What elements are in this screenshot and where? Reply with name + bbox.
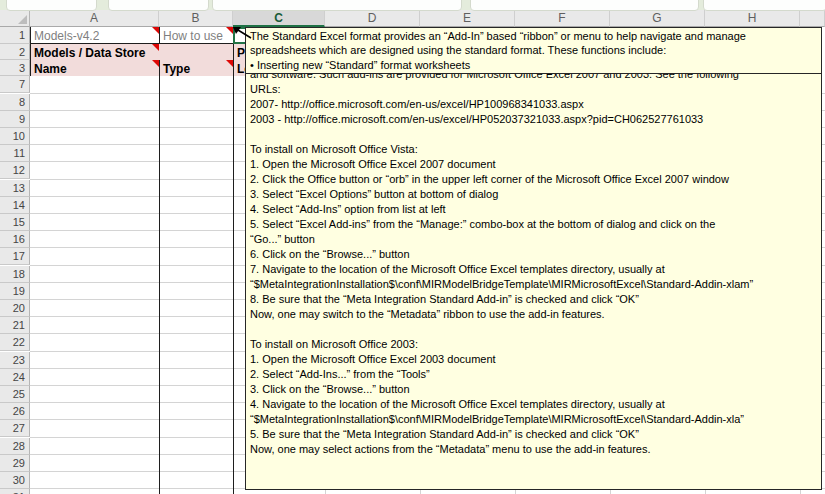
comment-line: 8. Be sure that the “Meta Integration St… xyxy=(250,292,817,307)
ribbon-group-fragment xyxy=(212,0,462,11)
row-header-27[interactable]: 27 xyxy=(0,420,30,437)
row-header-2[interactable]: 2 xyxy=(0,44,30,60)
row-header-15[interactable]: 15 xyxy=(0,214,30,231)
comment-line: 6. Click on the “Browse...” button xyxy=(250,247,817,262)
comment-line: 4. Select “Add-Ins” option from list at … xyxy=(250,202,817,217)
row-header-29[interactable]: 29 xyxy=(0,455,30,472)
column-header-h[interactable]: H xyxy=(705,10,800,27)
cell-a1[interactable]: Models-v4.2 xyxy=(31,27,158,43)
row-header-9[interactable]: 9 xyxy=(0,111,30,128)
column-header-partial[interactable] xyxy=(800,10,825,27)
column-header-f[interactable]: F xyxy=(515,10,610,27)
comment-indicator-icon xyxy=(152,27,159,34)
ribbon-bottom-strip xyxy=(0,0,825,10)
comment-line: spreadsheets which are designed using th… xyxy=(250,43,817,57)
ribbon-group-fragment xyxy=(108,0,209,11)
row-header-19[interactable]: 19 xyxy=(0,283,30,300)
ribbon-group-fragment xyxy=(470,0,699,11)
row-header-7[interactable]: 7 xyxy=(0,76,30,93)
row-header-24[interactable]: 24 xyxy=(0,369,30,386)
comment-line: To install on Microsoft Office Vista: xyxy=(250,142,817,157)
row-header-28[interactable]: 28 xyxy=(0,438,30,455)
comment-line: 7. Navigate to the location of the Micro… xyxy=(250,262,817,277)
column-header-c[interactable]: C xyxy=(233,10,325,27)
comment-indicator-icon xyxy=(226,60,233,67)
comment-indicator-icon xyxy=(152,44,159,51)
row-header-20[interactable]: 20 xyxy=(0,300,30,317)
comment-line: 5. Be sure that the “Meta Integration St… xyxy=(250,427,817,442)
row-header-26[interactable]: 26 xyxy=(0,403,30,420)
cell-b3-type[interactable]: Type xyxy=(160,60,233,76)
comment-line: Now, one may select actions from the “Me… xyxy=(250,442,817,457)
column-header-a[interactable]: A xyxy=(30,10,159,27)
row-header-8[interactable]: 8 xyxy=(0,94,30,111)
column-header-b[interactable]: B xyxy=(159,10,233,27)
comment-line: URLs: xyxy=(250,82,817,97)
comment-indicator-icon xyxy=(152,60,159,67)
comment-box-addin-instructions: and software. Such add-ins are provided … xyxy=(245,65,822,490)
row-header-12[interactable]: 12 xyxy=(0,162,30,179)
comment-line: 3. Click on the “Browse...” button xyxy=(250,382,817,397)
comment-line: “$MetaIntegrationInstallation$\conf\MIRM… xyxy=(250,277,817,292)
row-header-1[interactable]: 1 xyxy=(0,27,30,44)
comment-line: 3. Select “Excel Options” button at bott… xyxy=(250,187,817,202)
comment-line: 2003 - http://office.microsoft.com/en-us… xyxy=(250,112,817,127)
row-header-23[interactable]: 23 xyxy=(0,352,30,369)
row-header-31[interactable]: 31 xyxy=(0,489,30,494)
gridline xyxy=(159,27,160,494)
comment-line xyxy=(250,322,817,337)
gridline xyxy=(233,27,234,494)
cell-b1[interactable]: How to use xyxy=(160,27,226,43)
column-header-d[interactable]: D xyxy=(325,10,420,27)
row-header-10[interactable]: 10 xyxy=(0,128,30,145)
comment-line: Now, one may switch to the “Metadata” ri… xyxy=(250,307,817,322)
comment-line: 2007- http://office.microsoft.com/en-us/… xyxy=(250,97,817,112)
row-header-3[interactable]: 3 xyxy=(0,60,30,76)
row-header-21[interactable]: 21 xyxy=(0,317,30,334)
row-header-18[interactable]: 18 xyxy=(0,266,30,283)
row-header-30[interactable]: 30 xyxy=(0,472,30,489)
comment-line: 1. Open the Microsoft Office Excel 2003 … xyxy=(250,352,817,367)
comment-line: To install on Microsoft Office 2003: xyxy=(250,337,817,352)
select-all-triangle-icon xyxy=(18,15,27,24)
row-header-25[interactable]: 25 xyxy=(0,386,30,403)
ribbon-group-fragment xyxy=(6,0,97,11)
select-all-corner[interactable] xyxy=(0,10,30,27)
comment-line: • Inserting new “Standard” format worksh… xyxy=(250,58,817,72)
row-header-22[interactable]: 22 xyxy=(0,334,30,351)
comment-line: 4. Navigate to the location of the Micro… xyxy=(250,397,817,412)
row-header-14[interactable]: 14 xyxy=(0,197,30,214)
column-header-g[interactable]: G xyxy=(610,10,705,27)
comment-line: “Go...” button xyxy=(250,232,817,247)
comment-line: “$MetaIntegrationInstallation$\conf\MIRM… xyxy=(250,412,817,427)
comment-line xyxy=(250,127,817,142)
comment-line: 5. Select “Excel Add-ins” from the “Mana… xyxy=(250,217,817,232)
row-header-13[interactable]: 13 xyxy=(0,180,30,197)
column-header-e[interactable]: E xyxy=(420,10,515,27)
row-header-16[interactable]: 16 xyxy=(0,231,30,248)
row-header-11[interactable]: 11 xyxy=(0,145,30,162)
cell-a3-name[interactable]: Name xyxy=(31,60,159,76)
comment-box-how-to-use: The Standard Excel format provides an “A… xyxy=(245,27,822,74)
row-header-17[interactable]: 17 xyxy=(0,248,30,265)
excel-window: ABCDEFGH 1237891011121314151617181920212… xyxy=(0,0,825,494)
comment-line: 1. Open the Microsoft Office Excel 2007 … xyxy=(250,157,817,172)
comment-line: 2. Select “Add-Ins...” from the “Tools” xyxy=(250,367,817,382)
comment-line: 2. Click the Office button or “orb” in t… xyxy=(250,172,817,187)
ribbon-group-fragment xyxy=(703,0,825,11)
comment-line: The Standard Excel format provides an “A… xyxy=(250,29,817,43)
cell-a2-models-data-store[interactable]: Models / Data Store xyxy=(31,44,233,60)
